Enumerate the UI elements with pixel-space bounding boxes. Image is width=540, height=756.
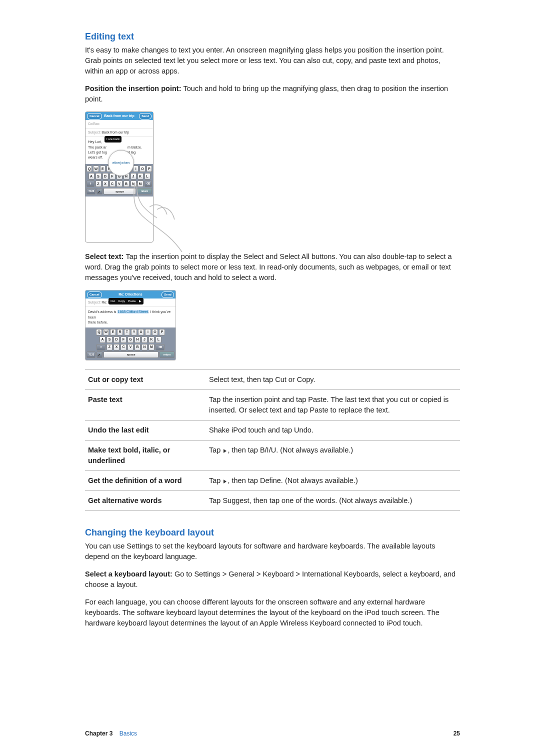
fig2-body-pre: David's address is (88, 310, 118, 314)
keyboard-select-para: Select a keyboard layout: Go to Settings… (85, 569, 460, 590)
row-key: Get alternative words (85, 490, 206, 510)
shift-key: ⇧ (96, 344, 106, 350)
fig2-body: David's address is 1668 Clifford Street.… (86, 307, 176, 327)
v-pre: Tap (209, 476, 222, 484)
figure-insertion-point: Cancel Back from our trip Send Cc/Bcc: S… (85, 112, 154, 242)
fig1-cancel: Cancel (87, 113, 102, 120)
key-p: P (159, 329, 165, 336)
fig1-l2a: The pack ar (88, 145, 106, 150)
key-i: I (133, 166, 138, 172)
key-b: B (134, 344, 140, 350)
fig1-tooltip: I are back (104, 136, 122, 142)
row-key: Undo the last edit (85, 420, 206, 440)
footer-chapter: Chapter 3 (85, 730, 112, 737)
key-d: D (114, 336, 120, 343)
fig2-body-selected: 1668 Clifford Street (118, 310, 148, 314)
key-u: U (138, 329, 144, 336)
mic-key: 🎤 (96, 352, 102, 358)
fig1-subject: Back from our trip (102, 130, 129, 134)
key-r: R (117, 329, 123, 336)
key-m: M (148, 344, 154, 350)
keyboard-heading: Changing the keyboard layout (85, 526, 460, 539)
fig1-send: Send (139, 113, 152, 120)
key-w: W (103, 329, 109, 336)
select-paragraph: Select text: Tap the insertion point to … (85, 252, 460, 283)
row-value: Shake iPod touch and tap Undo. (206, 420, 460, 440)
triangle-icon (224, 480, 226, 484)
key-i: I (145, 329, 151, 336)
menu-copy: Copy (118, 299, 125, 304)
magnifier: ether|when (108, 150, 134, 176)
key-k: K (148, 336, 154, 343)
backspace-key: ⌫ (156, 344, 164, 350)
triangle-icon (224, 449, 226, 453)
key-a: A (88, 173, 94, 180)
key-l: L (156, 336, 162, 343)
fig2-subject-label: Subject: (88, 300, 100, 304)
num-key: .?123 (86, 352, 96, 358)
num-key: .?123 (86, 188, 96, 194)
fig1-l3a: Let's get tog (88, 150, 107, 155)
table-row: Make text bold, italic, or underlined Ta… (85, 440, 460, 470)
key-c: C (110, 180, 116, 187)
key-o: O (152, 329, 158, 336)
key-p: P (146, 166, 152, 172)
key-e: E (110, 329, 116, 336)
key-z: Z (106, 344, 112, 350)
key-v: V (128, 344, 134, 350)
row-value: Tap , then tap Define. (Not always avail… (206, 470, 460, 490)
menu-more-icon: ▶ (139, 299, 142, 304)
keyboard-select-label: Select a keyboard layout: (85, 570, 174, 578)
key-a: A (100, 336, 106, 343)
fig1-subject-label: Subject: (88, 130, 100, 134)
key-z: Z (96, 180, 102, 187)
table-row: Cut or copy text Select text, then tap C… (85, 370, 460, 390)
keyboard-p3: For each language, you can choose differ… (85, 597, 460, 628)
key-e: E (100, 166, 106, 172)
key-x: X (114, 344, 120, 350)
key-b: B (124, 180, 130, 187)
row-key: Cut or copy text (85, 370, 206, 390)
select-text: Tap the insertion point to display the S… (85, 252, 452, 282)
figure-select-text: Cancel Re: Directions Send Subject: Re: … (85, 290, 176, 360)
v-post: , then tap B/I/U. (Not always available.… (228, 446, 353, 454)
v-pre: Tap (209, 446, 222, 454)
key-f: F (120, 336, 126, 343)
key-n: N (142, 344, 148, 350)
fig2-body-line2: there before. (88, 320, 173, 325)
space-key: space (104, 352, 158, 358)
table-row: Paste text Tap the insertion point and t… (85, 390, 460, 420)
key-l: L (144, 173, 150, 180)
row-value: Tap Suggest, then tap one of the words. … (206, 490, 460, 510)
fig1-topbar: Cancel Back from our trip Send (86, 112, 153, 120)
position-paragraph: Position the insertion point: Touch and … (85, 84, 460, 104)
row-value: Tap , then tap B/I/U. (Not always availa… (206, 440, 460, 470)
table-row: Get the definition of a word Tap , then … (85, 470, 460, 490)
row-value: Select text, then tap Cut or Copy. (206, 370, 460, 390)
row-key: Get the definition of a word (85, 470, 206, 490)
keyboard-p1: You can use Settings to set the keyboard… (85, 541, 460, 562)
fig2-keyboard: QWERTYUIOP ASDFGHJKL ⇧ ZXCVBNM ⌫ .?123 🎤… (86, 328, 176, 360)
row-key: Paste text (85, 390, 206, 420)
key-q: Q (96, 329, 102, 336)
fig1-l2b: m Belize. (128, 145, 142, 150)
key-v: V (116, 180, 122, 187)
fig2-title: Re: Directions (118, 292, 142, 297)
magnifier-text: ether|when (112, 160, 130, 166)
footer-section: Basics (120, 730, 137, 737)
fig2-send: Send (162, 292, 174, 298)
menu-cut: Cut (110, 299, 115, 304)
key-s: S (96, 173, 102, 180)
actions-table: Cut or copy text Select text, then tap C… (85, 370, 460, 511)
key-y: Y (131, 329, 137, 336)
footer-page-number: 25 (454, 730, 460, 738)
fig2-cancel: Cancel (87, 292, 102, 298)
fig2-edit-menu: Cut Copy Paste ▶ (108, 298, 144, 304)
hand-illustration (130, 182, 184, 252)
position-label: Position the insertion point: (85, 84, 184, 92)
key-o: O (140, 166, 145, 172)
row-value: Tap the insertion point and tap Paste. T… (206, 390, 460, 420)
fig2-subject-row: Subject: Re: D Cut Copy Paste ▶ (86, 298, 176, 307)
key-k: K (138, 173, 144, 180)
fig2-topbar: Cancel Re: Directions Send (86, 290, 176, 298)
